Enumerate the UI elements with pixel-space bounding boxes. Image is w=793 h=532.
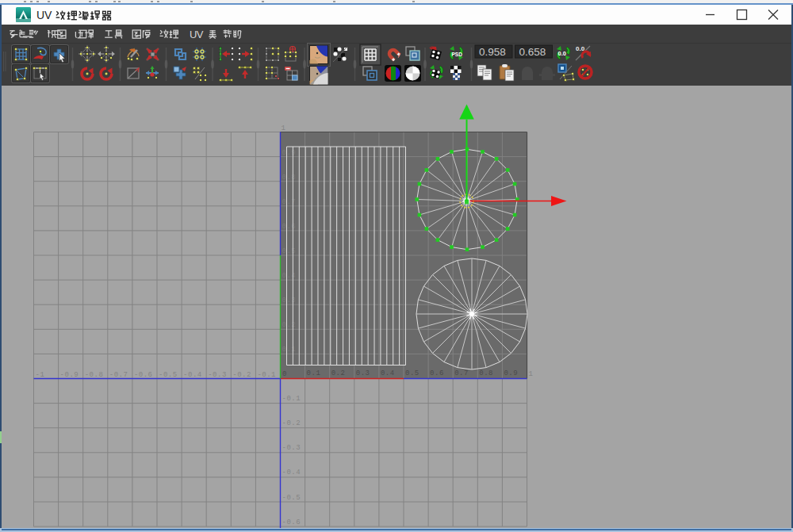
svg-text:-0.2: -0.2: [282, 419, 301, 427]
svg-text:0.4: 0.4: [381, 369, 395, 377]
svg-text:-0.5: -0.5: [282, 494, 301, 502]
svg-text:-0.6: -0.6: [282, 519, 301, 526]
svg-text:-0.2: -0.2: [232, 371, 251, 379]
svg-text:0.8: 0.8: [282, 174, 297, 182]
svg-text:0.3: 0.3: [282, 297, 297, 304]
svg-text:0.6: 0.6: [430, 369, 444, 377]
svg-text:0.5: 0.5: [282, 247, 297, 255]
svg-text:UV: UV: [36, 9, 52, 21]
svg-text:0.9: 0.9: [504, 369, 518, 377]
svg-text:0: 0: [282, 370, 287, 378]
svg-text:0.2: 0.2: [282, 321, 297, 329]
svg-text:0.958: 0.958: [479, 46, 506, 58]
svg-text:-0.8: -0.8: [85, 371, 104, 379]
svg-text:0.5: 0.5: [405, 369, 419, 377]
svg-text:-0.4: -0.4: [282, 469, 301, 477]
svg-text:-0.3: -0.3: [282, 444, 301, 452]
svg-text:PSD: PSD: [452, 52, 463, 57]
svg-text:0.4: 0.4: [282, 272, 297, 280]
svg-text:0.3: 0.3: [356, 369, 370, 377]
svg-text:-0.7: -0.7: [109, 371, 128, 379]
svg-text:0.7: 0.7: [282, 198, 297, 206]
svg-text:0.658: 0.658: [519, 46, 546, 58]
svg-text:-0.1: -0.1: [282, 395, 301, 403]
svg-text:0.6: 0.6: [282, 223, 297, 231]
svg-text:-0.1: -0.1: [257, 371, 276, 379]
svg-text:1: 1: [529, 370, 534, 378]
svg-text:-0.3: -0.3: [208, 371, 227, 379]
svg-text:0.9: 0.9: [282, 149, 297, 157]
svg-text:-0.9: -0.9: [60, 371, 79, 379]
svg-text:V: V: [197, 29, 204, 40]
svg-text:0.8: 0.8: [479, 369, 493, 377]
svg-text:0.2: 0.2: [331, 369, 346, 377]
svg-text:0.1: 0.1: [307, 369, 321, 377]
svg-text:-0.4: -0.4: [183, 371, 202, 379]
svg-text:-0.5: -0.5: [159, 371, 178, 379]
svg-text:0.7: 0.7: [454, 369, 469, 377]
svg-text:0.0: 0.0: [558, 50, 566, 57]
svg-text:1: 1: [282, 124, 286, 132]
svg-text:-1: -1: [36, 371, 45, 379]
svg-text:-0.6: -0.6: [134, 371, 153, 379]
svg-text:0.1: 0.1: [282, 346, 297, 354]
